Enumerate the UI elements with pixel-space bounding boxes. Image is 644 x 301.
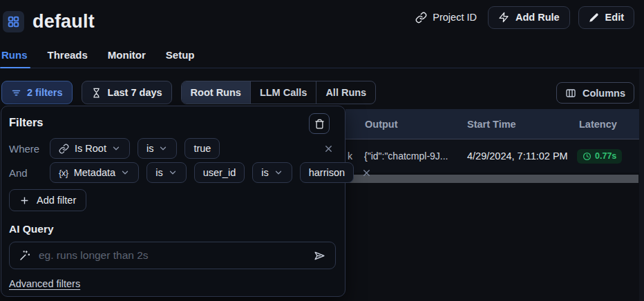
filters-button-label: 2 filters (27, 87, 63, 98)
filter-attribute-dropdown[interactable]: Is Root (50, 138, 130, 159)
filters-title: Filters (9, 115, 336, 129)
grid-icon (7, 15, 20, 28)
filters-popup-header: Filters (9, 115, 336, 135)
segment-llm-calls[interactable]: LLM Calls (250, 81, 316, 104)
ai-query-inputbox (9, 242, 336, 269)
filter-operator-label: is (155, 167, 162, 178)
ai-query-input[interactable] (39, 249, 305, 262)
filter-row-where: Where Is Root is (9, 138, 336, 159)
header: default Project ID Add Rule (0, 0, 644, 41)
trash-icon (314, 119, 325, 129)
filter-operator-label: is (261, 167, 268, 178)
magic-wand-icon (19, 249, 31, 262)
table-cell-start-time: 4/29/2024, 7:11:02 PM (467, 139, 568, 173)
conjunction-label: And (9, 167, 42, 179)
header-actions: Project ID Add Rule Edit (413, 6, 634, 29)
column-header-latency[interactable]: Latency (579, 109, 617, 139)
columns-button-label: Columns (583, 88, 625, 99)
table-cell-latency: 0.77s (577, 139, 622, 173)
run-type-segmented-control: Root Runs LLM Calls All Runs (181, 81, 377, 104)
filter-toolbar: 2 filters Last 7 days Root Runs LLM Call… (1, 81, 634, 104)
chevron-down-icon (111, 144, 121, 153)
tab-threads[interactable]: Threads (48, 41, 88, 68)
columns-icon (565, 88, 576, 99)
chevron-down-icon (274, 168, 283, 177)
tab-setup[interactable]: Setup (166, 41, 195, 68)
filter-operator-dropdown[interactable]: is (146, 162, 186, 183)
vertical-scrollbar-track[interactable] (639, 69, 644, 301)
tab-runs[interactable]: Runs (1, 41, 28, 68)
filters-button[interactable]: 2 filters (1, 81, 73, 104)
filter-attribute-dropdown[interactable]: {x} Metadata (50, 162, 139, 183)
link-icon (59, 144, 69, 154)
filter-operator-dropdown[interactable]: is (252, 162, 292, 183)
clock-icon (583, 152, 591, 161)
table-row[interactable]: k {"id":"chatcmpl-9J... 4/29/2024, 7:11:… (345, 139, 639, 173)
metadata-key-field[interactable]: user_id (194, 162, 245, 183)
send-icon[interactable] (313, 249, 326, 262)
remove-filter-icon[interactable] (361, 168, 372, 178)
tab-monitor[interactable]: Monitor (108, 41, 146, 68)
filter-value-field[interactable]: true (184, 138, 220, 159)
ai-query-label: AI Query (9, 223, 336, 235)
filters-popup: Filters Where Is (1, 106, 345, 297)
latency-badge: 0.77s (577, 149, 622, 164)
filter-attribute-label: Is Root (75, 143, 106, 154)
filter-attribute-label: Metadata (74, 167, 115, 178)
advanced-filters-link[interactable]: Advanced filters (9, 278, 80, 289)
clear-filters-button[interactable] (309, 113, 330, 134)
chevron-down-icon (120, 168, 130, 177)
column-header-output[interactable]: Output (365, 109, 398, 139)
project-avatar (3, 11, 24, 32)
chain-link-icon (415, 12, 427, 23)
filter-row-and: And {x} Metadata is user_id is (9, 162, 336, 183)
plus-icon (19, 195, 30, 206)
runs-table: Output Start Time Latency k {"id":"chatc… (345, 109, 639, 173)
date-range-button[interactable]: Last 7 days (82, 81, 172, 104)
add-filter-label: Add filter (37, 195, 76, 206)
project-page: default Project ID Add Rule (0, 0, 644, 301)
table-cell-output: {"id":"chatcmpl-9J... (364, 139, 448, 173)
horizontal-scrollbar-thumb[interactable] (345, 175, 638, 183)
add-filter-button[interactable]: Add filter (9, 189, 86, 211)
edit-button[interactable]: Edit (578, 6, 634, 29)
date-range-label: Last 7 days (108, 87, 162, 98)
hourglass-icon (91, 88, 102, 98)
metadata-key-label: user_id (203, 167, 236, 178)
filter-operator-label: is (146, 143, 153, 154)
latency-value: 0.77s (595, 151, 616, 161)
segment-root-runs[interactable]: Root Runs (182, 81, 250, 104)
edit-label: Edit (605, 12, 624, 23)
funnel-filter-icon (11, 88, 21, 98)
filter-operator-dropdown[interactable]: is (138, 138, 177, 159)
tab-bar: Runs Threads Monitor Setup (0, 41, 644, 68)
page-title: default (32, 11, 95, 32)
chevron-down-icon (168, 168, 178, 177)
table-header-row: Output Start Time Latency (345, 109, 639, 139)
project-id-label: Project ID (433, 12, 477, 23)
braces-icon: {x} (59, 168, 68, 178)
pencil-icon (589, 12, 599, 23)
segment-all-runs[interactable]: All Runs (316, 81, 375, 104)
conjunction-label: Where (9, 143, 42, 155)
metadata-value-field[interactable]: harrison (300, 162, 354, 183)
metadata-value-label: harrison (309, 167, 345, 178)
remove-filter-icon[interactable] (323, 144, 334, 154)
project-id-button[interactable]: Project ID (413, 12, 480, 23)
column-header-start-time[interactable]: Start Time (467, 109, 516, 139)
add-rule-label: Add Rule (515, 12, 560, 23)
chevron-down-icon (158, 144, 168, 153)
filter-value-label: true (193, 143, 211, 154)
lightning-bolt-icon (498, 12, 509, 23)
columns-button[interactable]: Columns (556, 82, 634, 104)
add-rule-button[interactable]: Add Rule (488, 6, 570, 29)
